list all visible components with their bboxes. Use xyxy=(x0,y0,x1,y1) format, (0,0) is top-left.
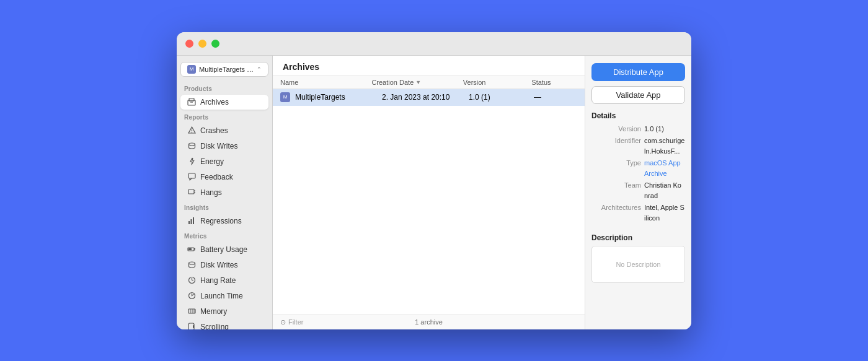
architectures-value: Intel, Apple Silicon xyxy=(644,202,685,223)
sidebar-item-hangs-label: Hangs xyxy=(200,188,222,197)
sidebar-item-disk-writes-metrics[interactable]: Disk Writes xyxy=(180,258,268,272)
sidebar-item-scrolling-label: Scrolling xyxy=(200,323,229,329)
table-header: Name Creation Date ▼ Version Status xyxy=(273,76,585,89)
col-header-date: Creation Date ▼ xyxy=(371,79,463,86)
detail-version: Version 1.0 (1) xyxy=(591,124,685,134)
type-value: macOS App Archive xyxy=(644,158,685,178)
svg-rect-8 xyxy=(188,189,194,194)
description-placeholder: No Description xyxy=(616,261,660,268)
close-button[interactable] xyxy=(185,40,193,48)
section-label-reports: Reports xyxy=(177,110,272,123)
hang-rate-icon xyxy=(187,276,197,285)
sidebar-item-archives[interactable]: Archives xyxy=(180,95,268,110)
sidebar-item-hangs[interactable]: Hangs xyxy=(180,185,268,200)
main-header: Archives xyxy=(273,56,585,76)
svg-rect-11 xyxy=(188,221,190,224)
sidebar-item-regressions-label: Regressions xyxy=(200,217,242,225)
architectures-label: Architectures xyxy=(591,202,641,223)
archive-count: 1 archive xyxy=(379,318,479,326)
sidebar-item-feedback-label: Feedback xyxy=(200,173,233,181)
type-label: Type xyxy=(591,158,641,178)
scheme-selector[interactable]: M MultipleTargets (macO... ⌃ xyxy=(180,62,268,77)
sidebar-item-energy-label: Energy xyxy=(200,157,224,166)
scheme-icon: M xyxy=(187,65,196,74)
page-title: Archives xyxy=(283,62,319,72)
identifier-value: com.schurigeln.HokusF... xyxy=(644,136,685,156)
section-label-products: Products xyxy=(177,82,272,94)
sidebar-item-hang-rate-label: Hang Rate xyxy=(200,276,236,285)
feedback-icon xyxy=(187,172,197,182)
right-panel: Distribute App Validate App Details Vers… xyxy=(585,56,691,329)
filter-label[interactable]: Filter xyxy=(288,318,303,326)
detail-identifier: Identifier com.schurigeln.HokusF... xyxy=(591,136,685,156)
sidebar-item-crashes[interactable]: Crashes xyxy=(180,123,268,138)
hangs-icon xyxy=(187,188,197,198)
version-value: 1.0 (1) xyxy=(644,124,685,134)
sidebar-item-regressions[interactable]: Regressions xyxy=(180,214,268,228)
section-label-metrics: Metrics xyxy=(177,229,272,241)
team-label: Team xyxy=(591,180,641,201)
col-header-status: Status xyxy=(531,79,577,86)
svg-point-6 xyxy=(188,143,195,146)
section-label-insights: Insights xyxy=(177,201,272,213)
description-title: Description xyxy=(591,233,685,242)
sidebar-item-hang-rate[interactable]: Hang Rate xyxy=(180,273,268,288)
sidebar-item-energy[interactable]: Energy xyxy=(180,154,268,169)
svg-rect-7 xyxy=(188,173,195,178)
title-bar xyxy=(177,32,691,56)
disk-writes-metrics-icon xyxy=(187,260,197,270)
main-content: Archives Name Creation Date ▼ Version St… xyxy=(273,56,585,329)
detail-type: Type macOS App Archive xyxy=(591,158,685,178)
window-body: M MultipleTargets (macO... ⌃ Products Ar… xyxy=(177,56,691,329)
detail-architectures: Architectures Intel, Apple Silicon xyxy=(591,202,685,223)
sidebar-item-memory-label: Memory xyxy=(200,307,227,316)
validate-app-button[interactable]: Validate App xyxy=(591,86,685,104)
sidebar-item-disk-writes-reports[interactable]: Disk Writes xyxy=(180,139,268,154)
row-archive-icon: M xyxy=(280,92,290,102)
maximize-button[interactable] xyxy=(211,40,219,48)
sidebar-item-launch-time[interactable]: Launch Time xyxy=(180,289,268,303)
row-date: 2. Jan 2023 at 20:10 xyxy=(382,93,469,102)
svg-rect-17 xyxy=(188,248,192,250)
table-row[interactable]: M MultipleTargets 2. Jan 2023 at 20:10 1… xyxy=(273,89,585,106)
col-header-version: Version xyxy=(463,79,532,86)
svg-rect-28 xyxy=(193,325,194,328)
svg-rect-13 xyxy=(193,217,194,224)
col-header-name: Name xyxy=(280,79,371,86)
details-section: Details Version 1.0 (1) Identifier com.s… xyxy=(591,111,685,225)
crashes-icon xyxy=(187,126,197,136)
sidebar: M MultipleTargets (macO... ⌃ Products Ar… xyxy=(177,56,273,329)
filter-icon: ⊙ xyxy=(280,318,286,326)
table-footer: ⊙ Filter 1 archive xyxy=(273,315,585,329)
disk-writes-reports-icon xyxy=(187,141,197,151)
svg-point-5 xyxy=(191,132,192,133)
scrolling-icon xyxy=(187,322,197,329)
row-name: MultipleTargets xyxy=(295,93,382,102)
sidebar-item-disk-writes-reports-label: Disk Writes xyxy=(200,142,237,150)
details-title: Details xyxy=(591,111,685,120)
version-label: Version xyxy=(591,124,641,134)
main-window: M MultipleTargets (macO... ⌃ Products Ar… xyxy=(177,32,691,329)
sidebar-item-scrolling[interactable]: Scrolling xyxy=(180,320,268,329)
svg-point-18 xyxy=(188,262,195,264)
sidebar-item-memory[interactable]: Memory xyxy=(180,304,268,319)
svg-rect-12 xyxy=(190,219,192,224)
identifier-label: Identifier xyxy=(591,136,641,156)
distribute-app-button[interactable]: Distribute App xyxy=(591,63,685,81)
sidebar-item-archives-label: Archives xyxy=(200,98,229,107)
description-box: No Description xyxy=(591,246,685,283)
launch-time-icon xyxy=(187,291,197,301)
detail-team: Team Christian Konrad xyxy=(591,180,685,201)
memory-icon xyxy=(187,307,197,316)
regressions-icon xyxy=(187,216,197,226)
filter-box: ⊙ Filter xyxy=(280,318,379,326)
sidebar-item-launch-time-label: Launch Time xyxy=(200,292,243,300)
row-status: — xyxy=(534,93,577,102)
sidebar-item-feedback[interactable]: Feedback xyxy=(180,170,268,185)
team-value: Christian Konrad xyxy=(644,180,685,201)
sidebar-item-battery-usage[interactable]: Battery Usage xyxy=(180,242,268,257)
energy-icon xyxy=(187,157,197,167)
description-section: Description No Description xyxy=(591,233,685,283)
battery-usage-icon xyxy=(187,245,197,254)
minimize-button[interactable] xyxy=(198,40,206,48)
